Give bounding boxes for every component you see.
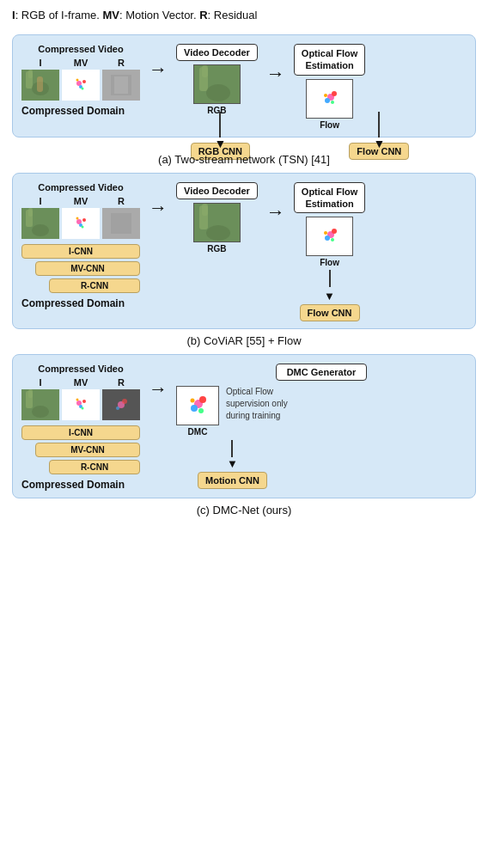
optical-flow-block-b: Optical FlowEstimation Flow ▼ (294, 182, 365, 322)
r-cnn-box-c: R-CNN (49, 460, 140, 474)
decoded-frame-b (193, 203, 241, 242)
arrow-c1: → (149, 378, 168, 400)
svg-point-65 (191, 399, 195, 403)
svg-rect-38 (202, 204, 208, 216)
video-decoder-block-a: Video Decoder RGB (176, 44, 258, 115)
arrow-b1: → (149, 197, 168, 219)
svg-point-62 (199, 396, 206, 403)
compressed-video-block-c: Compressed Video I MV R (21, 364, 140, 491)
flow-frame-a (306, 79, 353, 119)
svg-point-43 (325, 235, 330, 241)
svg-point-54 (76, 399, 79, 401)
optical-flow-note: Optical Flowsupervision onlyduring train… (226, 386, 288, 422)
svg-rect-35 (111, 213, 131, 234)
svg-point-21 (325, 98, 330, 103)
svg-rect-4 (37, 76, 43, 92)
svg-point-49 (32, 406, 49, 418)
section-label-b: (b) CoViAR [55] + Flow (12, 334, 476, 347)
flow-label-b: Flow (320, 258, 339, 267)
svg-point-10 (82, 88, 84, 90)
section-label-c: (c) DMC-Net (ours) (12, 504, 476, 517)
svg-point-17 (206, 84, 230, 101)
svg-point-64 (198, 408, 204, 413)
decoded-frame-a (193, 64, 241, 104)
rgb-label-b: RGB (207, 244, 226, 254)
flow-frame-b (306, 217, 353, 256)
svg-rect-26 (28, 208, 33, 217)
diagram-a: Compressed Video I MV R (12, 34, 476, 166)
dmc-generator-block: DMC Generator (176, 364, 467, 489)
svg-rect-48 (28, 389, 33, 398)
svg-point-59 (116, 406, 119, 410)
optical-flow-block-a: Optical FlowEstimation Flow (294, 44, 365, 130)
flow-label-a: Flow (320, 120, 339, 130)
motion-cnn-box-c: Motion CNN (198, 472, 267, 489)
svg-point-32 (76, 217, 79, 219)
mv-frame-thumb-b (62, 208, 100, 239)
svg-rect-16 (202, 65, 208, 77)
svg-point-55 (82, 407, 84, 410)
r-frame-thumb-b (102, 208, 140, 239)
svg-point-22 (331, 101, 334, 104)
i-frame-thumb-a (21, 70, 59, 101)
svg-point-20 (332, 91, 337, 96)
svg-point-45 (324, 231, 327, 235)
svg-point-9 (76, 79, 79, 82)
arrow-b2: → (266, 201, 285, 223)
svg-point-7 (82, 80, 86, 83)
mv-frame-thumb-c (62, 389, 100, 420)
video-decoder-block-b: Video Decoder RGB (176, 182, 258, 254)
dmc-frame-c (176, 386, 219, 425)
svg-point-42 (332, 229, 337, 234)
svg-rect-13 (114, 76, 128, 94)
svg-point-63 (191, 405, 198, 412)
dmc-label: DMC (188, 427, 208, 437)
mv-cnn-box-c: MV-CNN (35, 443, 140, 457)
r-frame-thumb-c (102, 389, 140, 420)
svg-point-52 (82, 400, 86, 403)
compressed-video-block-a: Compressed Video I MV R (21, 44, 140, 117)
diagram-c: Compressed Video I MV R (12, 354, 476, 517)
svg-point-23 (324, 94, 327, 97)
r-frame-thumb-a (102, 70, 140, 101)
arrow-a1: → (149, 58, 168, 81)
i-cnn-box-b: I-CNN (21, 244, 140, 259)
legend: I: RGB of I-frame. MV: Motion Vector. R:… (12, 9, 476, 21)
svg-point-39 (206, 225, 230, 241)
svg-rect-2 (28, 70, 33, 78)
i-frame-thumb-b (21, 208, 59, 239)
svg-point-58 (122, 399, 127, 404)
arrow-a2: → (266, 63, 285, 85)
legend-text: I: RGB of I-frame. MV: Motion Vector. R:… (12, 9, 257, 21)
i-cnn-box-c: I-CNN (21, 425, 140, 440)
diagram-b: Compressed Video I MV R (12, 173, 476, 348)
svg-point-33 (82, 225, 84, 228)
flow-cnn-box-b: Flow CNN (300, 304, 360, 321)
compressed-video-block-b: Compressed Video I MV R (21, 182, 140, 309)
mv-frame-thumb-a (62, 70, 100, 101)
svg-point-30 (82, 218, 86, 222)
i-frame-thumb-c (21, 389, 59, 420)
svg-point-27 (32, 224, 49, 236)
svg-point-44 (331, 238, 334, 241)
r-cnn-box-b: R-CNN (49, 278, 140, 293)
mv-cnn-box-b: MV-CNN (35, 261, 140, 276)
